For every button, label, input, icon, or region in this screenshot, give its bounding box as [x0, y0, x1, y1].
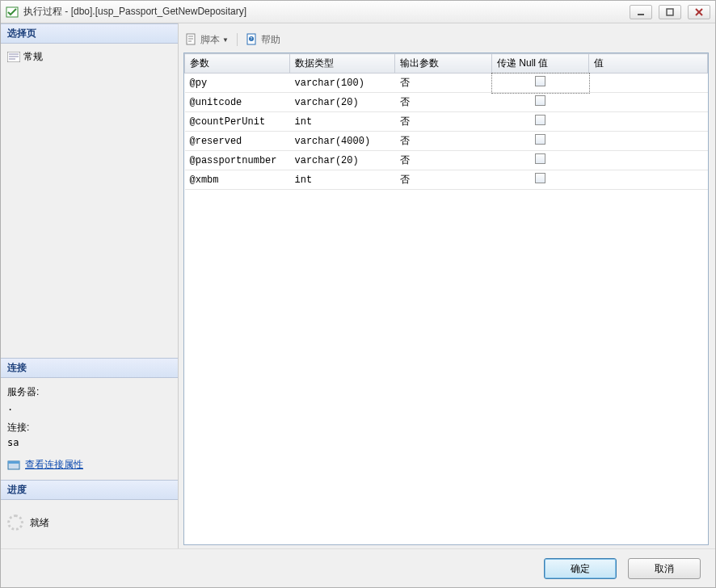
close-icon [695, 8, 703, 16]
left-panel: 选择页 常规 连接 服务器: [1, 23, 179, 548]
table-row[interactable]: @xmbmint否 [185, 170, 708, 190]
table-row[interactable]: @pyvarchar(100)否 [185, 74, 708, 93]
pass-null-checkbox[interactable] [535, 153, 545, 164]
cell-pass-null[interactable] [492, 74, 589, 93]
cell-value[interactable] [589, 151, 708, 170]
grid-header-row: 参数 数据类型 输出参数 传递 Null 值 值 [185, 54, 708, 74]
cancel-button[interactable]: 取消 [628, 558, 701, 579]
cell-output[interactable]: 否 [395, 151, 492, 170]
cell-output[interactable]: 否 [395, 132, 492, 151]
col-output[interactable]: 输出参数 [395, 54, 492, 74]
cell-value[interactable] [589, 74, 708, 93]
parameters-grid[interactable]: 参数 数据类型 输出参数 传递 Null 值 值 @pyvarchar(100)… [183, 52, 709, 545]
cell-pass-null[interactable] [492, 151, 589, 170]
page-icon [7, 52, 20, 62]
cell-output[interactable]: 否 [395, 74, 492, 93]
help-button[interactable]: ? 帮助 [246, 33, 280, 47]
cell-param[interactable]: @xmbm [185, 170, 290, 190]
ok-button[interactable]: 确定 [544, 558, 617, 579]
view-connection-properties-link[interactable]: 查看连接属性 [25, 458, 83, 472]
connection-value: sa [7, 437, 171, 448]
minimize-icon [637, 8, 645, 16]
app-icon [6, 6, 19, 19]
cell-datatype[interactable]: varchar(20) [290, 93, 395, 112]
cell-param[interactable]: @countPerUnit [185, 112, 290, 132]
cell-output[interactable]: 否 [395, 170, 492, 190]
window-title: 执行过程 - [dbo].[usp_Passport_GetNewDeposit… [23, 5, 630, 19]
cell-param[interactable]: @unitcode [185, 93, 290, 112]
toolbar: 脚本 ▼ ? 帮助 [183, 27, 709, 52]
close-button[interactable] [688, 5, 710, 19]
pass-null-checkbox[interactable] [535, 76, 545, 86]
col-value[interactable]: 值 [589, 54, 708, 74]
cell-datatype[interactable]: varchar(4000) [290, 132, 395, 151]
help-icon: ? [246, 33, 259, 46]
cell-param[interactable]: @passportnumber [185, 151, 290, 170]
cell-pass-null[interactable] [492, 93, 589, 112]
table-row[interactable]: @reservedvarchar(4000)否 [185, 132, 708, 151]
table-row[interactable]: @countPerUnitint否 [185, 112, 708, 132]
progress-spinner-icon [7, 514, 23, 531]
col-param[interactable]: 参数 [185, 54, 290, 74]
titlebar[interactable]: 执行过程 - [dbo].[usp_Passport_GetNewDeposit… [1, 1, 715, 23]
svg-rect-2 [667, 9, 673, 15]
connection-properties-icon [7, 459, 20, 472]
cell-pass-null[interactable] [492, 170, 589, 190]
cell-datatype[interactable]: varchar(20) [290, 151, 395, 170]
pass-null-checkbox[interactable] [535, 95, 545, 106]
select-page-header: 选择页 [1, 23, 178, 44]
script-label: 脚本 [200, 33, 220, 47]
cell-datatype[interactable]: int [290, 170, 395, 190]
cell-datatype[interactable]: int [290, 112, 395, 132]
chevron-down-icon: ▼ [222, 36, 229, 44]
cell-output[interactable]: 否 [395, 112, 492, 132]
dialog-window: 执行过程 - [dbo].[usp_Passport_GetNewDeposit… [0, 0, 716, 588]
cell-value[interactable] [589, 93, 708, 112]
cell-value[interactable] [589, 112, 708, 132]
maximize-button[interactable] [659, 5, 681, 19]
right-panel: 脚本 ▼ ? 帮助 [179, 23, 715, 548]
script-icon [185, 33, 198, 46]
svg-text:?: ? [251, 36, 253, 41]
pass-null-checkbox[interactable] [535, 115, 545, 125]
cell-pass-null[interactable] [492, 112, 589, 132]
table-row[interactable]: @unitcodevarchar(20)否 [185, 93, 708, 112]
cell-param[interactable]: @py [185, 74, 290, 93]
cell-pass-null[interactable] [492, 132, 589, 151]
cell-value[interactable] [589, 132, 708, 151]
toolbar-separator [237, 33, 238, 46]
pass-null-checkbox[interactable] [535, 173, 545, 183]
server-value: . [7, 401, 171, 413]
minimize-button[interactable] [630, 5, 652, 19]
page-item-label: 常规 [23, 50, 43, 64]
progress-header: 进度 [1, 480, 178, 500]
svg-rect-10 [8, 461, 19, 464]
cell-datatype[interactable]: varchar(100) [290, 74, 395, 93]
col-passnull[interactable]: 传递 Null 值 [492, 54, 589, 74]
connection-label: 连接: [7, 421, 171, 435]
col-datatype[interactable]: 数据类型 [290, 54, 395, 74]
server-label: 服务器: [7, 385, 171, 399]
maximize-icon [666, 8, 674, 16]
cell-param[interactable]: @reserved [185, 132, 290, 151]
table-row[interactable]: @passportnumbervarchar(20)否 [185, 151, 708, 170]
connection-header: 连接 [1, 358, 178, 378]
pass-null-checkbox[interactable] [535, 134, 545, 145]
help-label: 帮助 [261, 33, 280, 47]
dialog-footer: 确定 取消 [1, 548, 715, 587]
script-button[interactable]: 脚本 ▼ [185, 33, 229, 47]
progress-status: 就绪 [30, 516, 49, 530]
cell-output[interactable]: 否 [395, 93, 492, 112]
page-item-general[interactable]: 常规 [7, 48, 171, 65]
cell-value[interactable] [589, 170, 708, 190]
